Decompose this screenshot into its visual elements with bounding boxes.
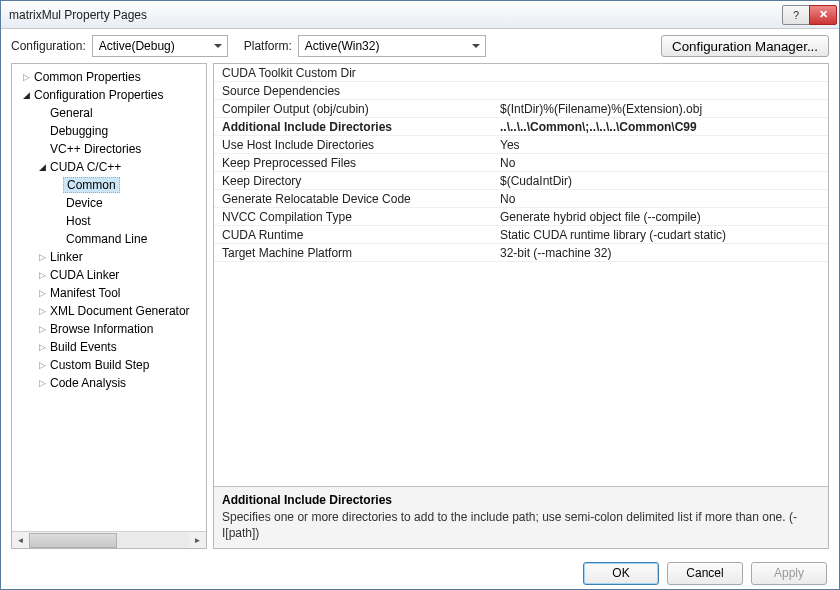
property-name: Compiler Output (obj/cubin) [214, 102, 494, 116]
property-row[interactable]: Keep Preprocessed FilesNo [214, 154, 828, 172]
tree-item-label: CUDA C/C++ [48, 160, 123, 174]
tree-item-label: Build Events [48, 340, 119, 354]
scroll-right-icon[interactable]: ► [189, 533, 206, 548]
tree-item[interactable]: ▷XML Document Generator [14, 302, 204, 320]
tree-expand-icon[interactable]: ▷ [36, 342, 48, 352]
property-name: CUDA Runtime [214, 228, 494, 242]
property-row[interactable]: CUDA Toolkit Custom Dir [214, 64, 828, 82]
property-name: Target Machine Platform [214, 246, 494, 260]
property-row[interactable]: Compiler Output (obj/cubin)$(IntDir)%(Fi… [214, 100, 828, 118]
platform-value: Active(Win32) [305, 39, 380, 53]
tree-item-label: Manifest Tool [48, 286, 122, 300]
property-grid[interactable]: CUDA Toolkit Custom DirSource Dependenci… [214, 64, 828, 486]
tree-item[interactable]: ▷Common [14, 176, 204, 194]
tree-item[interactable]: ▷VC++ Directories [14, 140, 204, 158]
property-value[interactable]: No [494, 156, 828, 170]
tree-item-label: Command Line [64, 232, 149, 246]
property-row[interactable]: Generate Relocatable Device CodeNo [214, 190, 828, 208]
config-toolbar: Configuration: Active(Debug) Platform: A… [1, 29, 839, 63]
tree-item[interactable]: ▷Custom Build Step [14, 356, 204, 374]
tree-item[interactable]: ▷Build Events [14, 338, 204, 356]
tree-expand-icon[interactable]: ◢ [20, 90, 32, 100]
property-value[interactable]: No [494, 192, 828, 206]
property-row[interactable]: Additional Include Directories..\..\..\C… [214, 118, 828, 136]
tree-item[interactable]: ▷Common Properties [14, 68, 204, 86]
tree-item[interactable]: ▷Linker [14, 248, 204, 266]
tree-item-label: Device [64, 196, 105, 210]
tree-item[interactable]: ▷Browse Information [14, 320, 204, 338]
tree-item[interactable]: ▷Command Line [14, 230, 204, 248]
tree-horizontal-scrollbar[interactable]: ◄ ► [12, 531, 206, 548]
tree-item-label: Code Analysis [48, 376, 128, 390]
property-row[interactable]: Use Host Include DirectoriesYes [214, 136, 828, 154]
tree-expand-icon[interactable]: ▷ [20, 72, 32, 82]
tree-item[interactable]: ▷General [14, 104, 204, 122]
tree-expand-icon[interactable]: ▷ [36, 378, 48, 388]
tree-item[interactable]: ▷Debugging [14, 122, 204, 140]
property-name: Keep Directory [214, 174, 494, 188]
tree-expand-icon[interactable]: ▷ [36, 288, 48, 298]
tree-expand-icon[interactable]: ▷ [36, 270, 48, 280]
help-icon: ? [793, 9, 799, 21]
property-value[interactable]: $(CudaIntDir) [494, 174, 828, 188]
property-row[interactable]: NVCC Compilation TypeGenerate hybrid obj… [214, 208, 828, 226]
property-name: Keep Preprocessed Files [214, 156, 494, 170]
tree-item[interactable]: ◢CUDA C/C++ [14, 158, 204, 176]
scroll-track[interactable] [29, 533, 189, 548]
property-value[interactable]: Generate hybrid object file (--compile) [494, 210, 828, 224]
tree-item[interactable]: ▷Manifest Tool [14, 284, 204, 302]
nav-tree[interactable]: ▷Common Properties◢Configuration Propert… [12, 64, 206, 531]
tree-item-label: Debugging [48, 124, 110, 138]
tree-item-label: Browse Information [48, 322, 155, 336]
property-name: Use Host Include Directories [214, 138, 494, 152]
scroll-left-icon[interactable]: ◄ [12, 533, 29, 548]
property-value[interactable]: 32-bit (--machine 32) [494, 246, 828, 260]
main-area: ▷Common Properties◢Configuration Propert… [1, 63, 839, 555]
tree-item-label: Common Properties [32, 70, 143, 84]
property-value[interactable]: ..\..\..\Common\;..\..\..\Common\C99 [494, 120, 828, 134]
apply-button[interactable]: Apply [751, 562, 827, 585]
property-name: Additional Include Directories [214, 120, 494, 134]
tree-item[interactable]: ▷Device [14, 194, 204, 212]
configuration-value: Active(Debug) [99, 39, 175, 53]
tree-panel: ▷Common Properties◢Configuration Propert… [11, 63, 207, 549]
property-value[interactable]: $(IntDir)%(Filename)%(Extension).obj [494, 102, 828, 116]
tree-item[interactable]: ◢Configuration Properties [14, 86, 204, 104]
tree-item[interactable]: ▷CUDA Linker [14, 266, 204, 284]
configuration-dropdown[interactable]: Active(Debug) [92, 35, 228, 57]
tree-item[interactable]: ▷Code Analysis [14, 374, 204, 392]
description-text: Specifies one or more directories to add… [222, 509, 820, 541]
scroll-thumb[interactable] [29, 533, 117, 548]
property-row[interactable]: Keep Directory$(CudaIntDir) [214, 172, 828, 190]
tree-item-label: Custom Build Step [48, 358, 151, 372]
property-value[interactable]: Yes [494, 138, 828, 152]
titlebar: matrixMul Property Pages ? ✕ [1, 1, 839, 29]
help-button[interactable]: ? [782, 5, 810, 25]
platform-label: Platform: [244, 39, 292, 53]
property-panel: CUDA Toolkit Custom DirSource Dependenci… [213, 63, 829, 549]
tree-item-label: General [48, 106, 95, 120]
window-controls: ? ✕ [783, 5, 837, 25]
property-row[interactable]: CUDA RuntimeStatic CUDA runtime library … [214, 226, 828, 244]
property-row[interactable]: Source Dependencies [214, 82, 828, 100]
close-icon: ✕ [819, 8, 828, 21]
close-button[interactable]: ✕ [809, 5, 837, 25]
property-name: NVCC Compilation Type [214, 210, 494, 224]
tree-item-label: Host [64, 214, 93, 228]
tree-expand-icon[interactable]: ▷ [36, 360, 48, 370]
tree-expand-icon[interactable]: ▷ [36, 324, 48, 334]
property-row[interactable]: Target Machine Platform32-bit (--machine… [214, 244, 828, 262]
tree-item[interactable]: ▷Host [14, 212, 204, 230]
tree-expand-icon[interactable]: ▷ [36, 306, 48, 316]
tree-expand-icon[interactable]: ◢ [36, 162, 48, 172]
ok-button[interactable]: OK [583, 562, 659, 585]
configuration-manager-button[interactable]: Configuration Manager... [661, 35, 829, 57]
platform-dropdown[interactable]: Active(Win32) [298, 35, 487, 57]
cancel-button[interactable]: Cancel [667, 562, 743, 585]
property-name: Source Dependencies [214, 84, 494, 98]
tree-item-label: Configuration Properties [32, 88, 165, 102]
tree-item-label: Common [63, 177, 120, 193]
tree-expand-icon[interactable]: ▷ [36, 252, 48, 262]
property-name: CUDA Toolkit Custom Dir [214, 66, 494, 80]
property-value[interactable]: Static CUDA runtime library (-cudart sta… [494, 228, 828, 242]
